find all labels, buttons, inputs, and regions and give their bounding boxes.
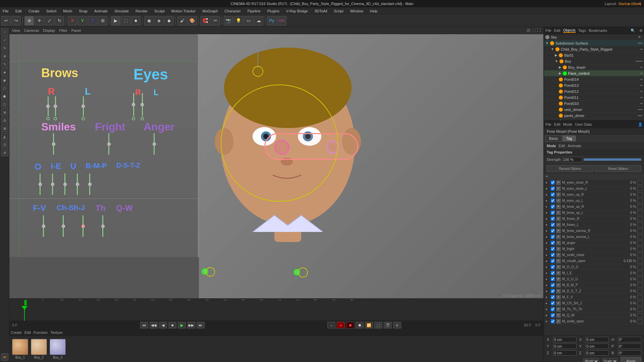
menu-3dtoall[interactable]: 3DToAll	[313, 8, 329, 14]
sky-btn[interactable]: ☁	[254, 16, 263, 25]
material-btn[interactable]: ◉	[144, 16, 154, 25]
morph-row-23[interactable]: ● P M_smile_open 0 %	[544, 318, 644, 324]
animate-btn[interactable]: Animate	[568, 144, 581, 148]
mode-btn[interactable]: Mode	[547, 144, 556, 148]
world-dropdown[interactable]: World Local	[583, 358, 599, 362]
lp-sculpt6[interactable]: ⊞	[1, 109, 8, 116]
morph-bar-12[interactable]	[637, 253, 643, 257]
stop-btn[interactable]: ■	[168, 322, 176, 328]
om-settings-icon[interactable]: ⚙	[639, 28, 643, 33]
morph-check-11[interactable]	[551, 247, 555, 251]
camera-icon[interactable]: 🎥	[526, 28, 531, 33]
play-reverse-btn[interactable]: ◀	[159, 322, 167, 328]
obj-tag-childboy[interactable]: ▪▪	[640, 47, 643, 51]
motion-record-btn[interactable]: ⏺	[356, 322, 364, 328]
morph-bar-22[interactable]	[637, 313, 643, 318]
move-btn[interactable]: ✛	[35, 16, 44, 25]
menu-plugins[interactable]: Plugins	[266, 8, 281, 14]
coord-p-val[interactable]	[618, 344, 641, 349]
undo-btn[interactable]: ↩	[1, 16, 11, 25]
step-back-btn[interactable]: ◀◀	[150, 322, 158, 328]
morph-row-10[interactable]: ● P M_anger 0 %	[544, 240, 644, 246]
rotate-btn[interactable]: ↻	[55, 16, 64, 25]
scale-dropdown[interactable]: Scale Size	[602, 358, 618, 362]
obj-tag-boyleash[interactable]: ▪▪	[640, 65, 643, 69]
knife-btn[interactable]: ✂	[211, 16, 220, 25]
menu-snap[interactable]: Snap	[77, 8, 89, 14]
morph-row-2[interactable]: ● P M_eyes_up_R 0 %	[544, 192, 644, 198]
morph-row-18[interactable]: ● P M_D_S_T_Z 0 %	[544, 288, 644, 294]
menu-render[interactable]: Render	[134, 8, 149, 14]
morph-check-3[interactable]	[551, 198, 555, 203]
display-tab[interactable]: Display	[43, 28, 55, 33]
render-frame-btn[interactable]: 🎬	[384, 322, 392, 328]
morph-row-16[interactable]: ● P M_U_U_U 0 %	[544, 276, 644, 282]
floor-btn[interactable]: ▭	[244, 16, 253, 25]
morph-row-20[interactable]: ● P M_CH_SH_J 0 %	[544, 300, 644, 306]
morph-bar-5[interactable]	[637, 210, 643, 215]
lp-sculpt5[interactable]: ⬠	[1, 101, 8, 108]
x-axis-btn[interactable]: X	[68, 16, 77, 25]
menu-animate[interactable]: Animate	[93, 8, 109, 14]
lp-dynamics[interactable]: ⊜	[1, 149, 8, 156]
obj-row-childboy[interactable]: ▼ Child_Boy_Party_Style_Rigged ▪▪	[544, 46, 644, 52]
morph-check-7[interactable]	[551, 223, 555, 227]
menu-motion-tracker[interactable]: Motion Tracker	[170, 8, 197, 14]
material3-btn[interactable]: ◆	[164, 16, 174, 25]
lp-paint[interactable]: ✎	[1, 60, 8, 68]
menu-sculpt[interactable]: Sculpt	[153, 8, 166, 14]
obj-tag-p010[interactable]: ▪▪	[640, 102, 643, 105]
coord-y-pos[interactable]	[553, 344, 577, 349]
lp-rotate[interactable]: ↻	[1, 44, 8, 52]
light-btn[interactable]: 💡	[234, 16, 243, 25]
attr-edit-tab[interactable]: Edit	[554, 122, 560, 126]
morph-check-9[interactable]	[551, 235, 555, 239]
morph-bar-14[interactable]	[637, 265, 643, 269]
lp-sculpt3[interactable]: ⬡	[1, 84, 8, 92]
morph-check-1[interactable]	[551, 186, 555, 191]
morph-row-15[interactable]: ● P M_I_E 0 %	[544, 270, 644, 276]
obj-tag-p012[interactable]: ▪▪	[640, 89, 643, 93]
obj-tag-p013[interactable]: ▪▪	[640, 83, 643, 87]
python-btn[interactable]: Py	[267, 16, 276, 25]
morph-row-1[interactable]: ● P M_eyes_close_L 0 %	[544, 186, 644, 192]
play-btn[interactable]: ▶	[178, 322, 186, 328]
morph-bar-19[interactable]	[637, 295, 643, 300]
menu-mesh[interactable]: Mesh	[62, 8, 73, 14]
step-fwd-btn[interactable]: ▶▶	[187, 322, 195, 328]
obj-tag-pantsdriver[interactable]: ▪▪▪▪	[638, 114, 643, 117]
strength-slider[interactable]	[584, 158, 641, 161]
filter-tab[interactable]: Filter	[59, 28, 67, 33]
auto-key-btn[interactable]: ●	[337, 322, 345, 328]
morph-bar-1[interactable]	[637, 186, 643, 191]
morph-row-22[interactable]: ● P M_Q_W 0 %	[544, 312, 644, 318]
keyframe-btn[interactable]: ⬦	[327, 322, 335, 328]
obj-row-p011[interactable]: Point011 ▪▪	[544, 95, 644, 101]
om-tags-tab[interactable]: Tags	[578, 28, 586, 33]
lp-move[interactable]: ↕	[1, 28, 8, 36]
obj-row-p010[interactable]: Point010 ▪▪	[544, 101, 644, 107]
record-sliders-btn[interactable]: Record Sliders	[547, 165, 593, 172]
menu-select[interactable]: Select	[45, 8, 58, 14]
menu-window[interactable]: Window	[349, 8, 365, 14]
morph-bar-8[interactable]	[637, 229, 643, 233]
scale-btn[interactable]: ⤢	[45, 16, 54, 25]
morph-row-8[interactable]: ● P M_brow_sorrow_R 0 %	[544, 228, 644, 234]
obj-row-facecontrol[interactable]: ▶ Face_control ▪▪	[544, 70, 644, 76]
panel-tab[interactable]: Panel	[71, 28, 81, 33]
om-bookmarks-tab[interactable]: Bookmarks	[589, 28, 607, 33]
morph-bar-7[interactable]	[637, 223, 643, 227]
morph-row-0[interactable]: ● P M_eyes_close_R 0 %	[544, 180, 644, 186]
obj-row-subdivision[interactable]: ▼ Subdivision Surface ▪▪▪▪	[544, 40, 644, 46]
lp-sculpt1[interactable]: ◈	[1, 68, 8, 76]
coord-z-pos[interactable]	[553, 350, 577, 356]
live-selection-btn[interactable]: ⊕	[24, 16, 34, 25]
morph-check-4[interactable]	[551, 204, 555, 209]
morph-check-17[interactable]	[551, 283, 555, 287]
morph-check-19[interactable]	[551, 295, 555, 299]
obj-row-p012[interactable]: Point012 ▪▪	[544, 88, 644, 95]
morph-check-16[interactable]	[551, 277, 555, 281]
viewport-canvas[interactable]: Perspective Brows R L Eyes R L	[9, 34, 543, 298]
record-btn[interactable]: ⏺	[346, 322, 354, 328]
menu-create[interactable]: Create	[27, 8, 41, 14]
